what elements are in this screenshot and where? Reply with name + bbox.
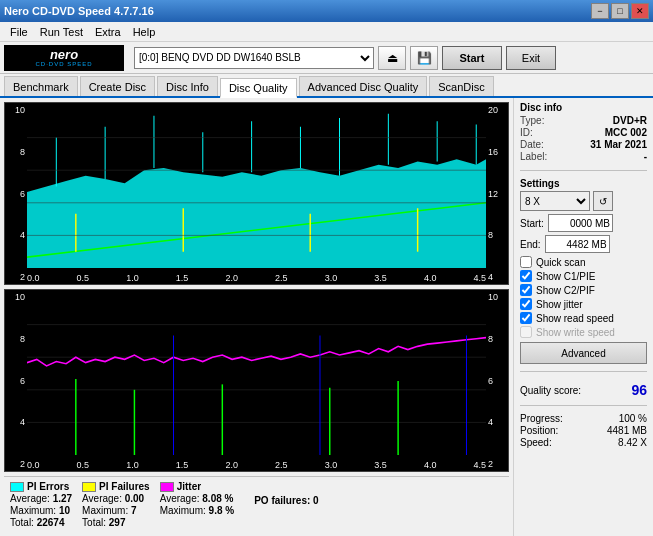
speed-select[interactable]: 8 X 4 X 6 X 12 X MAX (520, 191, 590, 211)
disc-type-value: DVD+R (613, 115, 647, 126)
start-label: Start: (520, 218, 544, 229)
save-button[interactable]: 💾 (410, 46, 438, 70)
disc-id-label: ID: (520, 127, 533, 138)
chart1-x-axis: 0.0 0.5 1.0 1.5 2.0 2.5 3.0 3.5 4.0 4.5 (27, 273, 486, 284)
legend-jitter: Jitter Average: 8.08 % Maximum: 9.8 % (160, 481, 234, 528)
progress-value: 100 % (619, 413, 647, 424)
disc-type-row: Type: DVD+R (520, 115, 647, 126)
disc-date-row: Date: 31 Mar 2021 (520, 139, 647, 150)
jitter-name: Jitter (177, 481, 201, 492)
advanced-button[interactable]: Advanced (520, 342, 647, 364)
pi-errors-avg: Average: 1.27 (10, 493, 72, 504)
pi-errors-total: Total: 22674 (10, 517, 72, 528)
exit-button[interactable]: Exit (506, 46, 556, 70)
chart1-plot (27, 105, 486, 268)
progress-section: Progress: 100 % Position: 4481 MB Speed:… (520, 413, 647, 449)
chart2-plot (27, 292, 486, 455)
disc-id-row: ID: MCC 002 (520, 127, 647, 138)
quick-scan-label: Quick scan (536, 257, 585, 268)
show-write-speed-row: Show write speed (520, 326, 647, 338)
show-write-speed-checkbox[interactable] (520, 326, 532, 338)
menu-file[interactable]: File (4, 24, 34, 40)
divider1 (520, 170, 647, 171)
chart1-container: 10 8 6 4 2 20 16 12 8 4 (4, 102, 509, 285)
disc-label-value: - (644, 151, 647, 162)
quick-scan-checkbox[interactable] (520, 256, 532, 268)
speed-label: Speed: (520, 437, 552, 448)
tabbar: Benchmark Create Disc Disc Info Disc Qua… (0, 74, 653, 98)
tab-advanceddiscquality[interactable]: Advanced Disc Quality (299, 76, 428, 96)
close-button[interactable]: ✕ (631, 3, 649, 19)
menubar: File Run Test Extra Help (0, 22, 653, 42)
tab-scandisc[interactable]: ScanDisc (429, 76, 493, 96)
eject-button[interactable]: ⏏ (378, 46, 406, 70)
nero-logo-sub: CD·DVD SPEED (35, 61, 92, 67)
disc-date-value: 31 Mar 2021 (590, 139, 647, 150)
legend-container: PI Errors Average: 1.27 Maximum: 10 Tota… (4, 476, 509, 532)
tab-benchmark[interactable]: Benchmark (4, 76, 78, 96)
refresh-button[interactable]: ↺ (593, 191, 613, 211)
chart2-y-left: 10 8 6 4 2 (5, 290, 27, 471)
disc-date-label: Date: (520, 139, 544, 150)
pi-errors-color (10, 482, 24, 492)
nero-logo: nero CD·DVD SPEED (4, 45, 124, 71)
divider3 (520, 405, 647, 406)
legend-pi-errors: PI Errors Average: 1.27 Maximum: 10 Tota… (10, 481, 72, 528)
jitter-max: Maximum: 9.8 % (160, 505, 234, 516)
position-label: Position: (520, 425, 558, 436)
menu-help[interactable]: Help (127, 24, 162, 40)
speed-row: 8 X 4 X 6 X 12 X MAX ↺ (520, 191, 647, 211)
pi-errors-name: PI Errors (27, 481, 69, 492)
po-failures-value: 0 (313, 495, 319, 506)
divider2 (520, 371, 647, 372)
po-failures-label: PO failures: (254, 495, 310, 506)
po-failures-section: PO failures: 0 (254, 481, 318, 528)
main-content: 10 8 6 4 2 20 16 12 8 4 (0, 98, 653, 536)
chart2-y-right: 10 8 6 4 2 (486, 290, 508, 471)
legend-pi-failures: PI Failures Average: 0.00 Maximum: 7 Tot… (82, 481, 150, 528)
show-jitter-checkbox[interactable] (520, 298, 532, 310)
show-c2pif-checkbox[interactable] (520, 284, 532, 296)
menu-extra[interactable]: Extra (89, 24, 127, 40)
pi-errors-max: Maximum: 10 (10, 505, 72, 516)
disc-info-section: Disc info Type: DVD+R ID: MCC 002 Date: … (520, 102, 647, 163)
tab-discinfo[interactable]: Disc Info (157, 76, 218, 96)
chart2-x-axis: 0.0 0.5 1.0 1.5 2.0 2.5 3.0 3.5 4.0 4.5 (27, 460, 486, 471)
tab-createdisc[interactable]: Create Disc (80, 76, 155, 96)
start-button[interactable]: Start (442, 46, 502, 70)
drive-select[interactable]: [0:0] BENQ DVD DD DW1640 BSLB (134, 47, 374, 69)
pi-failures-total: Total: 297 (82, 517, 150, 528)
nero-logo-text: nero (35, 48, 92, 61)
disc-type-label: Type: (520, 115, 544, 126)
progress-label: Progress: (520, 413, 563, 424)
tab-discquality[interactable]: Disc Quality (220, 78, 297, 98)
settings-section: Settings 8 X 4 X 6 X 12 X MAX ↺ Start: E… (520, 178, 647, 364)
disc-id-value: MCC 002 (605, 127, 647, 138)
disc-label-row: Label: - (520, 151, 647, 162)
maximize-button[interactable]: □ (611, 3, 629, 19)
disc-label-label: Label: (520, 151, 547, 162)
show-read-speed-checkbox[interactable] (520, 312, 532, 324)
quality-score-label: Quality score: (520, 385, 581, 396)
show-read-speed-row: Show read speed (520, 312, 647, 324)
chart1-y-right: 20 16 12 8 4 (486, 103, 508, 284)
pi-failures-max: Maximum: 7 (82, 505, 150, 516)
show-jitter-row: Show jitter (520, 298, 647, 310)
chart2-container: 10 8 6 4 2 10 8 6 4 2 (4, 289, 509, 472)
titlebar-title: Nero CD-DVD Speed 4.7.7.16 (4, 5, 154, 17)
end-label: End: (520, 239, 541, 250)
minimize-button[interactable]: − (591, 3, 609, 19)
end-input[interactable] (545, 235, 610, 253)
show-c1pie-row: Show C1/PIE (520, 270, 647, 282)
show-c1pie-label: Show C1/PIE (536, 271, 595, 282)
quick-scan-row: Quick scan (520, 256, 647, 268)
titlebar-controls: − □ ✕ (591, 3, 649, 19)
start-input[interactable] (548, 214, 613, 232)
titlebar: Nero CD-DVD Speed 4.7.7.16 − □ ✕ (0, 0, 653, 22)
jitter-avg: Average: 8.08 % (160, 493, 234, 504)
show-c1pie-checkbox[interactable] (520, 270, 532, 282)
chart1-y-left: 10 8 6 4 2 (5, 103, 27, 284)
speed-value: 8.42 X (618, 437, 647, 448)
menu-runtest[interactable]: Run Test (34, 24, 89, 40)
settings-header: Settings (520, 178, 647, 189)
